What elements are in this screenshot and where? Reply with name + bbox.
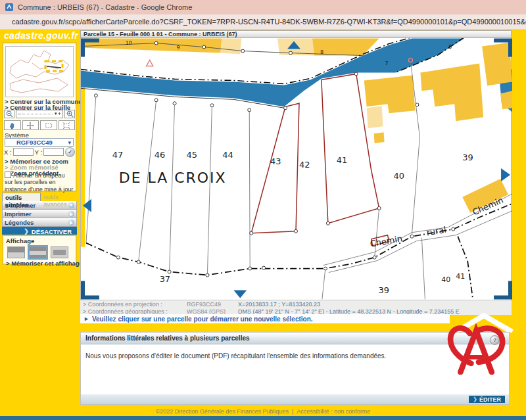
editer-button[interactable]: ❯ ÉDITER [469,396,505,403]
dashed-rect-arrows-icon [62,122,70,129]
accordion-legendes[interactable]: Légendes ▶ [2,218,77,227]
map-label: 46 [155,150,165,160]
info-panel-title: Informations littérales relatives à plus… [85,335,250,342]
map-label: 45 [187,150,197,160]
tab-outils-simples[interactable]: outils simples [2,193,41,201]
magnifier-plus-icon [66,110,74,118]
sidebar-panel-affichage: Affichage > Mémoriser cet affichage [2,235,77,265]
tools-tabs: outils simples outils avancés [2,193,77,201]
map-label: 41 [456,272,465,281]
map-label: 39 [379,285,389,295]
map-label: 10 [126,40,132,46]
accessibility-link[interactable]: Accessibilité : non conforme [297,408,370,415]
zoom-slider-max: + [58,110,61,117]
projection-system-value: RGF93CC49 [16,139,53,146]
x-label: X : [4,149,12,156]
zoom-in-button[interactable] [64,110,75,118]
minimap-view-line [47,66,61,68]
chevron-down-circle-icon: ▼ [68,202,74,208]
projection-system-select[interactable]: RGF93CC49 ▾ [5,138,74,147]
select-rect-tool-button[interactable] [40,120,57,130]
coord-projection-label: > Coordonnées en projection : [80,301,187,308]
desactiver-label: DÉSACTIVER [32,228,72,235]
go-to-xy-button[interactable]: ✓ [65,147,75,157]
accordion-imprimer-label: Imprimer [5,210,32,218]
sidebar-panel-tools: outils simples outils avancés S'informer… [2,193,77,236]
map-label: 40 [394,171,404,181]
commune-minimap[interactable] [5,46,74,97]
chevron-right-icon: ❯ [24,228,29,235]
y-label: Y : [35,149,42,156]
map-label: 5 [448,44,452,50]
chevron-right-circle-icon: ▶ [68,211,74,217]
map-label: 7 [385,60,389,66]
move-crosshair-icon [26,122,34,129]
xy-coordinates-row: X : Y : ✓ [4,147,76,156]
alsace-logo [446,323,509,375]
editer-label: ÉDITER [479,396,501,403]
layout-thumb-3[interactable] [51,246,68,258]
coordinates-bar: > Coordonnées en projection : RGF93CC49 … [80,300,512,315]
cadastre-logo: cadastre.gouv.fr [4,30,78,41]
zoom-slider-min: – [18,110,21,117]
accordion-imprimer[interactable]: Imprimer ▶ [2,210,77,218]
map-label: 9 [177,45,180,51]
zoom-control-row: – ▼ + [4,109,75,118]
layout-thumbnails [7,246,73,258]
window-title: Commune : URBEIS (67) - Cadastre - Googl… [18,3,192,11]
dashed-rect-icon [45,122,53,129]
map-tools-row [4,120,75,130]
map-header: Parcelle 15 - Feuille 000 1 01 - Commune… [80,30,512,38]
zoom-rect-tool-button[interactable] [59,120,76,130]
selection-message: ► Veuillez cliquer sur une parcelle pour… [80,314,450,323]
map-label: 37 [160,274,170,284]
arrow-right-icon: ► [84,315,89,322]
magnifier-minus-icon [6,110,13,118]
accordion-legendes-label: Légendes [5,219,34,226]
accordion-sinformer-label: S'informer [5,202,36,209]
minimap-drawing [6,47,72,95]
zoom-slider[interactable]: – ▼ + [16,110,63,118]
path-dashdot [86,204,512,300]
tab-outils-avances[interactable]: outils avancés [41,193,77,201]
bottom-strip [0,416,526,420]
selection-message-text: Veuillez cliquer sur une parcelle pour d… [92,315,313,323]
chevron-right-icon: ❯ [473,396,477,402]
y-input[interactable] [43,148,64,156]
pan-tool-button[interactable] [4,120,21,130]
chevron-right-circle-icon: ▶ [68,220,74,225]
map-label: Chemin [370,233,404,248]
page-footer: ©2022 Direction Générale des Finances Pu… [0,407,526,416]
hand-icon [9,122,16,129]
map-label: 47 [112,150,123,160]
affichage-label: Affichage [6,237,73,245]
coord-projection-value: X=2013833.17 ; Y=8133420.23 [238,301,320,308]
map-label: 8 [320,49,323,55]
url-text[interactable]: cadastre.gouv.fr/scpc/afficherCarteParce… [12,18,526,26]
map-label: DE LA CROIX [119,170,227,186]
url-bar[interactable]: cadastre.gouv.fr/scpc/afficherCarteParce… [0,14,526,30]
window-titlebar: Commune : URBEIS (67) - Cadastre - Googl… [0,0,526,14]
map-label: 41 [337,155,347,165]
chevron-down-icon: ▾ [68,139,71,146]
copyright-text: ©2022 Direction Générale des Finances Pu… [156,408,289,415]
x-input[interactable] [13,148,34,156]
sheet-margin-strip [81,71,85,246]
map-label: 44 [222,150,233,160]
layout-thumb-1[interactable] [7,246,25,258]
footer-separator: | [292,408,293,415]
flag-checkbox[interactable] [5,172,11,178]
zoom-out-button[interactable] [4,110,14,118]
info-panel-header: Informations littérales relatives à plus… [81,333,509,344]
map-canvas[interactable]: 109875474645444342414039DE LA CROIX37394… [80,38,512,300]
zoom-slider-track[interactable] [22,113,53,114]
link-memorize-display[interactable]: > Mémoriser cet affichage [6,260,73,267]
layout-thumb-2-selected[interactable] [29,246,47,258]
favicon-icon [5,3,13,11]
map-label: 43 [270,156,281,166]
info-panel-body: Nous vous proposons d'éditer le document… [81,344,509,360]
move-tool-button[interactable] [22,120,39,130]
map-label: rural [425,225,447,238]
info-panel-footer [81,394,509,404]
map-label: 42 [299,160,310,170]
